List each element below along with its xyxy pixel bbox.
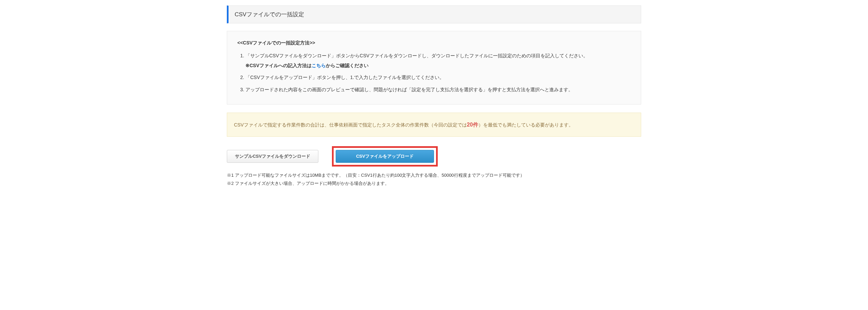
page-header: CSVファイルでの一括設定 (227, 5, 641, 23)
instruction-step-1: 「サンプルCSVファイルをダウンロード」ボタンからCSVファイルをダウンロードし… (245, 52, 631, 70)
step1-note-suffix: からご確認ください (326, 63, 369, 68)
page-title: CSVファイルでの一括設定 (235, 11, 635, 18)
instruction-step-2: 「CSVファイルをアップロード」ボタンを押し、1.で入力したファイルを選択してく… (245, 73, 631, 82)
upload-csv-button[interactable]: CSVファイルをアップロード (336, 150, 434, 163)
csv-format-link[interactable]: こちら (312, 63, 326, 68)
warning-panel: CSVファイルで指定する作業件数の合計は、仕事依頼画面で指定したタスク全体の作業… (227, 113, 641, 137)
step1-note: ※CSVファイルへの記入方法はこちらからご確認ください (245, 61, 631, 70)
instructions-panel: <<CSVファイルでの一括設定方法>> 「サンプルCSVファイルをダウンロード」… (227, 31, 641, 104)
footnotes: ※1 アップロード可能なファイルサイズは10MBまでです。（目安：CSV1行あた… (227, 171, 641, 187)
download-sample-button[interactable]: サンプルCSVファイルをダウンロード (227, 150, 318, 163)
instruction-step-3: アップロードされた内容をこの画面のプレビューで確認し、問題がなければ「設定を完了… (245, 85, 631, 94)
upload-highlight-box: CSVファイルをアップロード (332, 146, 438, 167)
step1-text: 「サンプルCSVファイルをダウンロード」ボタンからCSVファイルをダウンロードし… (245, 53, 588, 58)
step1-note-prefix: ※CSVファイルへの記入方法は (245, 63, 312, 68)
main-container: CSVファイルでの一括設定 <<CSVファイルでの一括設定方法>> 「サンプルC… (227, 0, 641, 187)
warning-count: 20件 (467, 122, 478, 128)
footnote-2: ※2 ファイルサイズが大きい場合、アップロードに時間がかかる場合があります。 (227, 179, 641, 187)
warning-prefix: CSVファイルで指定する作業件数の合計は、仕事依頼画面で指定したタスク全体の作業… (234, 122, 467, 128)
footnote-1: ※1 アップロード可能なファイルサイズは10MBまでです。（目安：CSV1行あた… (227, 171, 641, 179)
warning-suffix: ）を最低でも満たしている必要があります。 (478, 122, 573, 128)
instructions-title: <<CSVファイルでの一括設定方法>> (237, 40, 631, 46)
instructions-list: 「サンプルCSVファイルをダウンロード」ボタンからCSVファイルをダウンロードし… (237, 52, 631, 94)
button-row: サンプルCSVファイルをダウンロード CSVファイルをアップロード (227, 146, 641, 167)
